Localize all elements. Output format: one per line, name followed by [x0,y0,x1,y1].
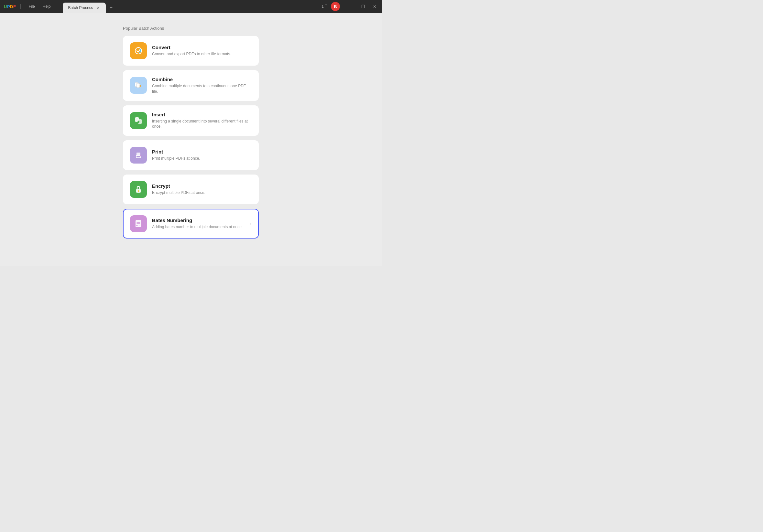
print-desc: Print multiple PDFs at once. [152,156,252,161]
tabs-area: Batch Process ✕ + [63,0,319,13]
content-wrapper: Popular Batch Actions Convert Convert an… [123,26,259,243]
convert-title: Convert [152,44,252,50]
action-card-print[interactable]: Print Print multiple PDFs at once. [123,140,259,170]
updf-logo[interactable]: UPDF [4,4,16,9]
svg-rect-14 [138,190,139,192]
tab-close-icon[interactable]: ✕ [96,6,101,10]
bates-title: Bates Numbering [152,218,245,223]
svg-point-12 [140,155,141,156]
maximize-button[interactable]: ❐ [360,4,367,10]
action-card-encrypt[interactable]: Encrypt Encrypt multiple PDFs at once. [123,175,259,204]
svg-rect-2 [137,83,140,88]
combine-text: Combine Combine multiple documents to a … [152,77,252,94]
print-text: Print Print multiple PDFs at once. [152,149,252,161]
svg-rect-11 [137,156,140,157]
convert-icon [130,42,147,59]
window-controls: — ❐ ✕ [348,4,378,10]
section-title: Popular Batch Actions [123,26,259,31]
bates-desc: Adding bates number to multiple document… [152,224,245,230]
titlebar-menu: File Help [25,3,54,10]
user-avatar[interactable]: B [331,2,340,11]
encrypt-title: Encrypt [152,183,252,189]
combine-desc: Combine multiple documents to a continuo… [152,83,252,94]
window-count: 1 [321,4,324,9]
print-title: Print [152,149,252,154]
print-icon [130,147,147,163]
tab-title: Batch Process [68,6,93,10]
close-button[interactable]: ✕ [372,4,378,10]
combine-title: Combine [152,77,252,82]
titlebar-right: 1 ˅ B — ❐ ✕ [321,2,378,11]
encrypt-desc: Encrypt multiple PDFs at once. [152,190,252,196]
titlebar-divider [20,4,21,9]
encrypt-icon [130,181,147,198]
bates-icon: 012 [130,215,147,232]
main-content: Popular Batch Actions Convert Convert an… [0,13,382,266]
combine-icon [130,77,147,94]
tab-add-button[interactable]: + [107,4,115,12]
tab-batch-process[interactable]: Batch Process ✕ [63,3,105,13]
insert-title: Insert [152,112,252,117]
window-counter-chevron: ˅ [325,4,327,9]
bates-arrow-icon: › [250,221,252,226]
action-card-combine[interactable]: Combine Combine multiple documents to a … [123,70,259,101]
menu-help[interactable]: Help [40,3,54,10]
insert-desc: Inserting a single document into several… [152,119,252,130]
menu-file[interactable]: File [25,3,38,10]
convert-desc: Convert and export PDFs to other file fo… [152,51,252,57]
minimize-button[interactable]: — [348,4,355,10]
action-card-bates[interactable]: 012 Bates Numbering Adding bates number … [123,209,259,238]
insert-icon [130,112,147,129]
titlebar-divider2 [344,4,344,9]
encrypt-text: Encrypt Encrypt multiple PDFs at once. [152,183,252,196]
action-card-insert[interactable]: Insert Inserting a single document into … [123,105,259,136]
svg-rect-10 [137,152,140,155]
window-counter[interactable]: 1 ˅ [321,4,327,9]
convert-text: Convert Convert and export PDFs to other… [152,44,252,57]
insert-text: Insert Inserting a single document into … [152,112,252,130]
titlebar: UPDF File Help Batch Process ✕ + 1 ˅ B —… [0,0,382,13]
svg-text:012: 012 [137,224,139,226]
bates-text: Bates Numbering Adding bates number to m… [152,218,245,230]
action-card-convert[interactable]: Convert Convert and export PDFs to other… [123,36,259,66]
